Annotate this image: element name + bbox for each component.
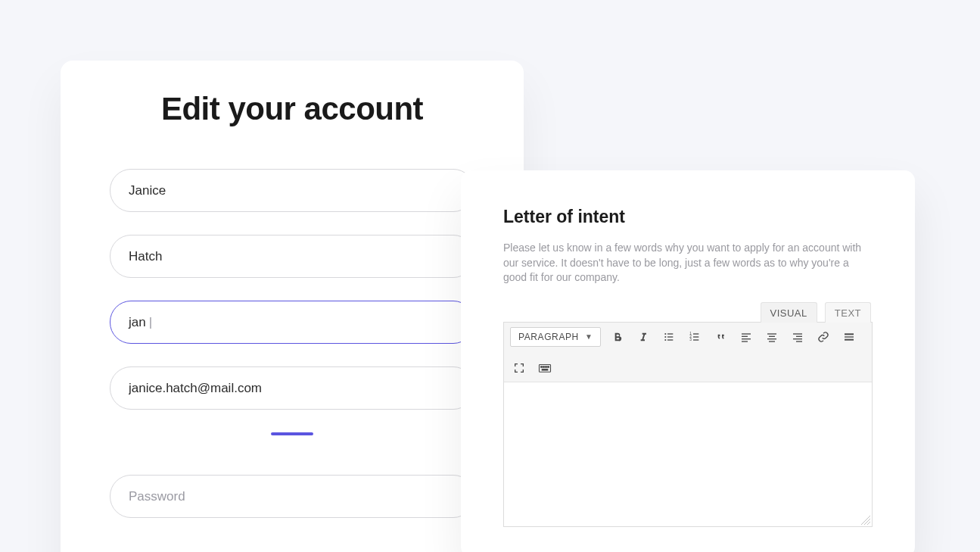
svg-rect-3 bbox=[667, 333, 673, 334]
tab-visual[interactable]: VISUAL bbox=[761, 302, 817, 323]
align-center-button[interactable] bbox=[763, 328, 781, 346]
keyboard-shortcuts-button[interactable] bbox=[536, 359, 554, 377]
svg-rect-32 bbox=[542, 369, 548, 370]
align-right-button[interactable] bbox=[789, 328, 807, 346]
first-name-field[interactable] bbox=[110, 169, 474, 212]
svg-rect-19 bbox=[769, 341, 775, 341]
caret-down-icon: ▼ bbox=[585, 332, 593, 341]
text-cursor: | bbox=[149, 315, 152, 330]
rich-text-editor: VISUAL TEXT PARAGRAPH ▼ 123 bbox=[503, 302, 873, 527]
first-name-input[interactable] bbox=[129, 183, 456, 198]
resize-grip-icon[interactable] bbox=[861, 516, 870, 525]
align-left-button[interactable] bbox=[737, 328, 755, 346]
align-left-icon bbox=[740, 331, 752, 343]
svg-rect-26 bbox=[845, 338, 854, 340]
insert-more-button[interactable] bbox=[840, 328, 858, 346]
italic-button[interactable] bbox=[634, 328, 652, 346]
svg-rect-4 bbox=[667, 336, 673, 337]
svg-rect-10 bbox=[693, 336, 698, 337]
bullet-list-button[interactable] bbox=[660, 328, 678, 346]
insert-link-button[interactable] bbox=[814, 328, 832, 346]
svg-rect-23 bbox=[796, 341, 802, 341]
svg-rect-25 bbox=[845, 336, 854, 337]
password-field[interactable] bbox=[110, 475, 474, 518]
align-right-icon bbox=[792, 331, 804, 343]
svg-rect-22 bbox=[793, 338, 802, 339]
email-input[interactable] bbox=[129, 381, 456, 396]
bullet-list-icon bbox=[663, 331, 675, 343]
last-name-input[interactable] bbox=[129, 249, 456, 264]
svg-rect-24 bbox=[845, 333, 854, 335]
last-name-field[interactable] bbox=[110, 235, 474, 278]
svg-rect-12 bbox=[742, 333, 751, 334]
page-title: Edit your account bbox=[61, 91, 524, 127]
intent-description: Please let us know in a few words why yo… bbox=[503, 241, 873, 285]
blockquote-button[interactable] bbox=[711, 328, 730, 346]
svg-rect-30 bbox=[546, 366, 547, 368]
svg-rect-17 bbox=[769, 335, 775, 336]
editor-toolbar: PARAGRAPH ▼ 123 bbox=[504, 323, 872, 382]
editor-box: PARAGRAPH ▼ 123 bbox=[503, 322, 873, 527]
svg-rect-15 bbox=[742, 341, 748, 341]
svg-rect-20 bbox=[793, 333, 802, 334]
svg-rect-27 bbox=[540, 364, 551, 372]
svg-point-2 bbox=[665, 339, 667, 341]
editor-content-area[interactable] bbox=[504, 382, 872, 526]
link-icon bbox=[817, 331, 829, 343]
username-value: jan bbox=[129, 315, 146, 330]
email-field[interactable] bbox=[110, 366, 474, 410]
intent-card: Letter of intent Please let us know in a… bbox=[461, 170, 915, 552]
svg-rect-9 bbox=[693, 333, 698, 334]
account-form: jan| bbox=[61, 169, 524, 518]
fullscreen-button[interactable] bbox=[510, 359, 528, 377]
svg-rect-16 bbox=[767, 333, 776, 334]
svg-rect-13 bbox=[742, 335, 748, 336]
fullscreen-icon bbox=[513, 362, 525, 374]
editor-mode-tabs: VISUAL TEXT bbox=[503, 302, 873, 323]
read-more-icon bbox=[843, 331, 855, 343]
block-format-select[interactable]: PARAGRAPH ▼ bbox=[510, 327, 601, 347]
svg-text:3: 3 bbox=[690, 338, 692, 341]
block-format-label: PARAGRAPH bbox=[518, 332, 579, 342]
bold-icon bbox=[611, 331, 624, 343]
account-card: Edit your account jan| bbox=[61, 61, 524, 552]
italic-icon bbox=[637, 331, 649, 343]
password-input[interactable] bbox=[129, 489, 456, 504]
section-divider bbox=[271, 432, 313, 435]
username-field[interactable]: jan| bbox=[110, 301, 474, 344]
svg-rect-11 bbox=[693, 339, 698, 340]
align-center-icon bbox=[766, 331, 778, 343]
bold-button[interactable] bbox=[608, 328, 627, 346]
numbered-list-icon: 123 bbox=[689, 331, 701, 343]
quote-icon bbox=[714, 331, 726, 343]
svg-rect-18 bbox=[767, 338, 776, 339]
numbered-list-button[interactable]: 123 bbox=[686, 328, 704, 346]
svg-rect-21 bbox=[796, 335, 802, 336]
svg-rect-29 bbox=[543, 366, 545, 368]
svg-rect-5 bbox=[667, 339, 673, 340]
svg-point-1 bbox=[665, 336, 667, 338]
svg-rect-31 bbox=[548, 366, 549, 368]
svg-rect-28 bbox=[541, 366, 543, 368]
intent-title: Letter of intent bbox=[503, 207, 873, 227]
svg-point-0 bbox=[665, 333, 667, 335]
svg-rect-14 bbox=[742, 338, 751, 339]
tab-text[interactable]: TEXT bbox=[825, 302, 871, 323]
keyboard-icon bbox=[538, 362, 552, 374]
